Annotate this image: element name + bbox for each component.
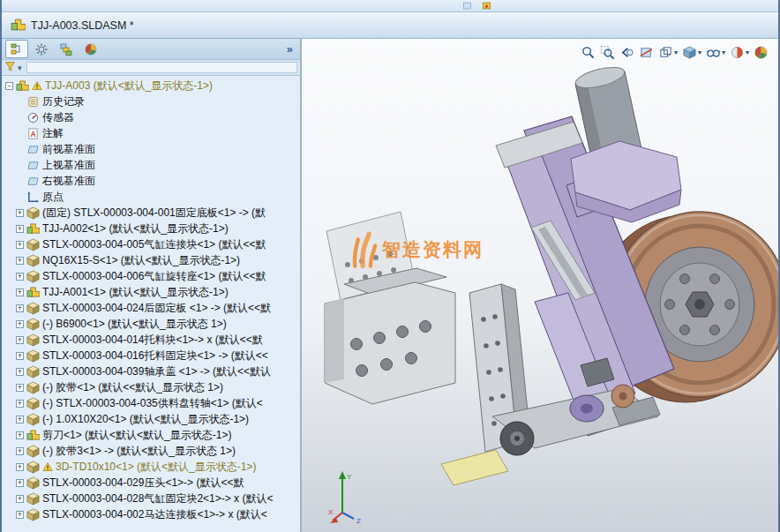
tree-item-label: STLX-00003-004-002马达连接板<1>-> x (默认< — [42, 507, 300, 522]
tree-expander[interactable]: + — [16, 416, 24, 423]
tree-item[interactable]: +TJJ-A001<1> (默认<默认_显示状态-1>) — [2, 284, 300, 300]
tree-expander[interactable]: + — [16, 288, 24, 296]
tree-expander[interactable]: + — [16, 511, 24, 519]
tree-item[interactable]: +STLX-00003-004-039轴承盖 <1> -> (默认<<默认 — [2, 363, 300, 379]
tree-item[interactable]: +STLX-00003-004-014托料块<1>-> x (默认<<默 — [2, 332, 300, 348]
title-bar[interactable]: TJJ-A003.SLDASM * — [2, 12, 778, 39]
tree-item-label: STLX-00003-004-024后固定板 <1> -> (默认<<默 — [42, 301, 300, 316]
previous-view-button[interactable] — [619, 44, 635, 60]
model-purple-roller[interactable] — [570, 395, 604, 422]
zoom-fit-button[interactable] — [580, 44, 596, 60]
panel-tab-configuration-manager[interactable] — [55, 40, 78, 58]
tree-item[interactable]: A注解 — [2, 125, 300, 141]
tree-expander[interactable]: + — [16, 447, 24, 455]
panel-overflow-button[interactable]: » — [283, 42, 296, 56]
orientation-triad: Y X Z — [328, 468, 369, 525]
tree-expander[interactable]: + — [16, 273, 24, 281]
part-icon — [26, 492, 40, 506]
model-dark-roller[interactable] — [500, 422, 534, 455]
tree-item[interactable]: +剪刀<1> (默认<默认<默认_显示状态-1>) — [2, 427, 300, 443]
tree-item[interactable]: +STLX-00003-004-005气缸连接块<1> (默认<<默 — [2, 236, 300, 252]
tree-item[interactable]: +(-) 胶带<1> (默认<<默认_显示状态 1>) — [2, 379, 300, 395]
tree-expander[interactable]: + — [16, 431, 24, 439]
tree-expander[interactable]: + — [16, 320, 24, 328]
tree-item[interactable]: +STLX-00003-004-006气缸旋转座<1> (默认<<默 — [2, 268, 300, 284]
window-title: TJJ-A003.SLDASM * — [31, 19, 134, 32]
tree-expander[interactable]: + — [16, 304, 24, 312]
panel-tab-feature-manager[interactable] — [5, 40, 28, 58]
tree-item[interactable]: +(-) 1.0X10X20<1> (默认<默认_显示状态-1>) — [2, 411, 300, 427]
tree-expander[interactable]: + — [16, 209, 24, 217]
tree-item[interactable]: +STLX-00003-004-002马达连接板<1>-> x (默认< — [2, 506, 300, 522]
tree-item-label: (固定) STLX-00003-004-001固定底板<1> -> (默 — [42, 206, 300, 221]
tree-item[interactable]: 右视基准面 — [2, 173, 300, 189]
tree-expander[interactable]: + — [16, 495, 24, 503]
tree-expander[interactable]: + — [16, 400, 24, 408]
tree-expander[interactable]: + — [16, 463, 24, 471]
section-view-button[interactable] — [638, 44, 655, 60]
tree-item-label: TJJ-A001<1> (默认<默认_显示状态-1>) — [42, 285, 300, 300]
dropdown-arrow-icon[interactable]: ▾ — [722, 49, 725, 56]
filter-input[interactable] — [26, 62, 297, 73]
tree-item[interactable]: +3D-TD10x10<1> (默认<默认_显示状态-1>) — [2, 459, 300, 475]
tree-item[interactable]: +STLX-00003-004-024后固定板 <1> -> (默认<<默 — [2, 300, 300, 316]
tree-item[interactable]: +TJJ-A002<1> (默认<默认_显示状态-1>) — [2, 221, 300, 236]
filter-dropdown-arrow-icon[interactable]: ▾ — [18, 64, 22, 72]
tree-item-label: NQ16X15-S<1> (默认<默认_显示状态-1>) — [42, 253, 300, 268]
tree-item-label: 右视基准面 — [42, 174, 300, 189]
watermark-logo-icon — [350, 229, 377, 271]
dropdown-arrow-icon[interactable]: ▾ — [698, 49, 701, 56]
filter-bar[interactable]: ▾ — [2, 60, 300, 76]
apply-scene-button[interactable] — [753, 44, 769, 60]
tree-item-label: STLX-00003-004-016托料固定块<1> -> (默认<< — [42, 348, 300, 363]
tree-expander[interactable]: + — [16, 384, 24, 392]
tree-expander[interactable]: + — [16, 257, 24, 265]
part-icon — [26, 333, 40, 347]
tree-item[interactable]: +(固定) STLX-00003-004-001固定底板<1> -> (默 — [2, 205, 300, 221]
part-icon — [26, 508, 40, 521]
tree-expander[interactable]: + — [16, 479, 24, 487]
tree-expander[interactable]: + — [16, 352, 24, 360]
graphics-area[interactable]: 智造资料网 ▾▾▾▾ Y X Z — [302, 39, 778, 532]
dropdown-arrow-icon[interactable]: ▾ — [746, 49, 749, 56]
tree-item[interactable]: -TJJ-A003 (默认<默认_显示状态-1>) — [2, 78, 300, 94]
model-tan-roller[interactable] — [611, 385, 634, 408]
edit-appearance-button[interactable]: ▾ — [729, 44, 750, 60]
zoom-area-button[interactable] — [599, 44, 616, 60]
tree-item[interactable]: +NQ16X15-S<1> (默认<默认_显示状态-1>) — [2, 252, 300, 268]
hide-show-items-button[interactable]: ▾ — [705, 44, 726, 60]
svg-text:Z: Z — [356, 517, 361, 525]
tree-item[interactable]: +STLX-00003-004-028气缸固定块2<1>-> x (默认< — [2, 491, 300, 506]
tree-item[interactable]: 原点 — [2, 189, 300, 205]
tree-item[interactable]: 历史记录 — [2, 94, 300, 109]
svg-text:A: A — [30, 129, 35, 138]
toolbar-fragment-alert-icon[interactable] — [480, 0, 493, 11]
tree-item[interactable]: +STLX-00003-004-016托料固定块<1> -> (默认<< — [2, 348, 300, 363]
tree-item-label: (-) 胶带<1> (默认<<默认_显示状态 1>) — [42, 380, 300, 395]
tree-expander[interactable]: + — [16, 336, 24, 344]
display-style-button[interactable]: ▾ — [681, 44, 702, 60]
tree-item[interactable]: +(-) 胶带3<1> -> (默认<默认_显示状态 1>) — [2, 443, 300, 459]
tree-item-label: STLX-00003-004-029压头<1>-> (默认<<默 — [42, 476, 300, 491]
tree-expander[interactable]: + — [16, 368, 24, 376]
tree-item[interactable]: 传感器 — [2, 109, 300, 125]
tree-expander[interactable]: - — [5, 82, 13, 90]
tree-expander[interactable]: + — [16, 241, 24, 249]
panel-tab-property-manager[interactable] — [30, 40, 53, 58]
sensors-icon — [26, 111, 40, 124]
panel-tab-display-manager[interactable] — [79, 40, 102, 58]
tree-item-label: 上视基准面 — [42, 158, 300, 173]
tree-item[interactable]: 前视基准面 — [2, 141, 300, 157]
assembly-model[interactable] — [302, 39, 778, 532]
dropdown-arrow-icon[interactable]: ▾ — [674, 49, 678, 56]
model-tape-strip[interactable] — [441, 450, 508, 485]
tree-item[interactable]: 上视基准面 — [2, 157, 300, 173]
part-icon — [26, 270, 40, 283]
tree-item[interactable]: +(-) STLX-00003-004-035供料盘转轴<1> (默认< — [2, 395, 300, 411]
view-orientation-button[interactable]: ▾ — [657, 44, 679, 60]
tree-item[interactable]: +STLX-00003-004-029压头<1>-> (默认<<默 — [2, 475, 300, 491]
tree-item[interactable]: +(-) B6900<1> (默认<默认_显示状态 1>) — [2, 316, 300, 332]
part-icon — [26, 349, 40, 363]
tree-expander[interactable]: + — [16, 225, 24, 233]
toolbar-fragment-plain-icon[interactable] — [461, 0, 474, 11]
